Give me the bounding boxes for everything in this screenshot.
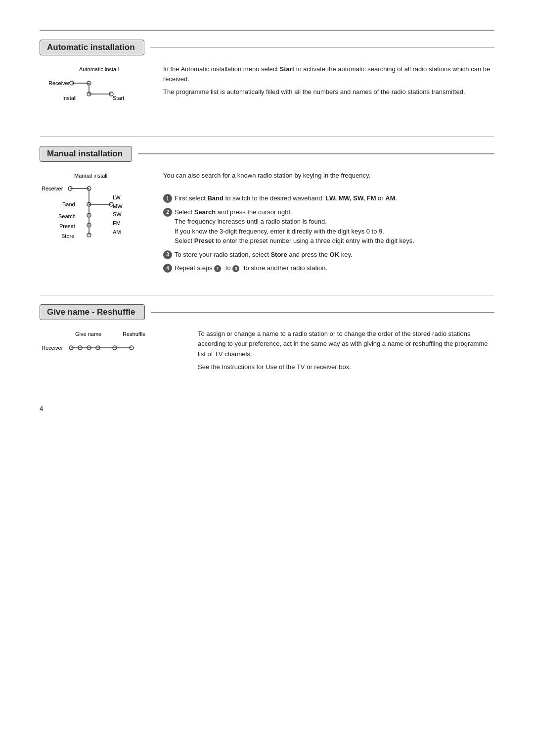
svg-text:AM: AM [113,229,121,235]
give-name-title: Give name - Reshuffle [40,304,145,320]
manual-intro: You can also search for a known radio st… [163,171,494,181]
step-3-text: To store your radio station, select Stor… [175,250,494,260]
manual-diagram: Manual install Receiver Band LW MW Searc… [40,171,143,270]
manual-description: You can also search for a known radio st… [163,171,494,277]
svg-text:Preset: Preset [59,223,75,229]
manual-installation-header: Manual installation [40,146,494,162]
svg-text:Reshuffle: Reshuffle [123,331,145,337]
automatic-description: In the Automatic installation menu selec… [163,64,494,100]
manual-installation-section: Manual installation Manual install Recei… [40,137,494,277]
start-label: Start [113,95,124,101]
auto-desc-p1: In the Automatic installation menu selec… [163,64,494,84]
manual-diagram-svg: Manual install Receiver Band LW MW Searc… [40,171,143,270]
automatic-diagram: Automatic install Receiver Install Start [40,64,143,119]
give-name-description: To assign or change a name to a radio st… [198,329,494,375]
give-name-body: Give name Reshuffle Receiver [40,329,494,375]
svg-text:Manual install: Manual install [74,173,107,179]
svg-text:Receiver: Receiver [42,186,63,191]
step-ref-1: 1 [214,265,221,272]
install-label: Install [62,95,77,101]
give-name-header-line [151,312,494,313]
step-4-text: Repeat steps 1 to 3 to store another rad… [175,263,494,273]
svg-text:MW: MW [113,203,123,209]
svg-text:Receiver: Receiver [42,345,63,351]
give-name-diagram: Give name Reshuffle Receiver [40,329,178,369]
give-name-desc-p2: See the Instructions for Use of the TV o… [198,362,494,372]
manual-step-3: 3 To store your radio station, select St… [163,250,494,260]
svg-text:SW: SW [113,211,122,217]
automatic-diagram-svg: Automatic install Receiver Install Start [40,64,143,119]
header-line [150,47,494,48]
give-name-top-divider [40,295,494,296]
svg-text:Give name: Give name [75,331,101,337]
svg-text:Store: Store [61,233,74,239]
give-name-reshuffle-section: Give name - Reshuffle Give name Reshuffl… [40,295,494,375]
step-3-circle: 3 [163,250,172,259]
manual-top-divider [40,137,494,138]
auto-desc-p2: The programme list is automatically fill… [163,87,494,97]
manual-installation-body: Manual install Receiver Band LW MW Searc… [40,171,494,277]
manual-header-line [138,153,494,154]
give-name-header: Give name - Reshuffle [40,304,494,320]
give-name-desc-p1: To assign or change a name to a radio st… [198,329,494,359]
step-ref-3: 3 [232,265,239,272]
automatic-installation-header: Automatic installation [40,40,494,55]
top-divider [40,30,494,31]
svg-text:Band: Band [62,201,75,207]
automatic-installation-section: Automatic installation Automatic install… [40,30,494,119]
give-name-diagram-svg: Give name Reshuffle Receiver [40,329,178,369]
automatic-installation-body: Automatic install Receiver Install Start [40,64,494,119]
step-1-circle: 1 [163,194,172,203]
manual-step-1: 1 First select Band to switch to the des… [163,193,494,203]
svg-text:LW: LW [113,194,121,200]
step-2-text: Select Search and press the cursor right… [175,207,494,246]
manual-installation-title: Manual installation [40,146,132,162]
manual-step-2: 2 Select Search and press the cursor rig… [163,207,494,246]
step-2-circle: 2 [163,208,172,217]
manual-step-4: 4 Repeat steps 1 to 3 to store another r… [163,263,494,273]
svg-text:Search: Search [58,213,76,219]
page-number: 4 [40,405,494,412]
step-1-text: First select Band to switch to the desir… [175,193,494,203]
receiver-label-auto: Receiver [48,80,70,86]
svg-text:FM: FM [113,220,121,226]
auto-install-label: Automatic install [79,66,119,72]
step-4-circle: 4 [163,264,172,273]
automatic-installation-title: Automatic installation [40,40,144,55]
